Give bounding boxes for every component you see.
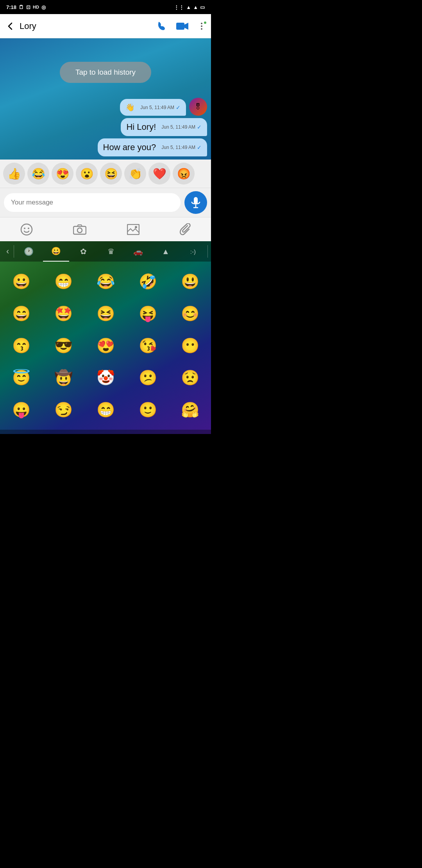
quick-emoji-wow[interactable]: 😮 — [76, 163, 98, 185]
emoji-cell[interactable]: 😃 — [169, 265, 211, 298]
emoji-cell[interactable]: 😛 — [0, 394, 42, 426]
svg-point-11 — [77, 228, 82, 233]
message-bubble: 👋 Jun 5, 11:49 AM ✓ — [120, 99, 186, 116]
emoji-cell[interactable]: 😆 — [84, 298, 127, 330]
quick-emoji-grin[interactable]: 😆 — [100, 163, 122, 185]
tab-smileys[interactable]: 😀 — [43, 241, 69, 262]
emoji-cell[interactable]: 😁 — [84, 394, 127, 426]
app-bar: Lory — [0, 14, 211, 38]
quick-emoji-heart-eyes[interactable]: 😍 — [52, 163, 73, 185]
message-check: ✓ — [176, 104, 181, 111]
divider — [14, 245, 14, 258]
camera-toolbar-button[interactable] — [73, 224, 86, 235]
emoji-grid: 😀 😁 😂 🤣 😃 😄 🤩 😆 😝 😊 😙 😎 😍 😘 😶 😇 🤠 🤡 😕 😟 … — [0, 262, 211, 430]
tab-symbols[interactable]: ▲ — [153, 241, 179, 262]
sim-icon: ⊡ — [26, 4, 30, 10]
messages-area: 👋 Jun 5, 11:49 AM ✓ 🎖 Hi Lory! Jun 5, 11… — [0, 98, 211, 160]
quick-emoji-laugh[interactable]: 😂 — [27, 163, 49, 185]
back-button[interactable] — [5, 21, 16, 32]
emoji-icon — [20, 223, 33, 236]
more-options-button[interactable] — [197, 22, 206, 31]
message-row: 👋 Jun 5, 11:49 AM ✓ 🎖 — [120, 98, 207, 116]
svg-rect-0 — [176, 23, 184, 30]
emoji-cell[interactable]: 😶 — [169, 330, 211, 362]
tab-travel[interactable]: 🚗 — [125, 241, 151, 262]
emoji-cell[interactable]: 🙂 — [127, 394, 169, 426]
message-bubble: Hi Lory! Jun 5, 11:49 AM ✓ — [121, 118, 207, 136]
status-time: 7:18 — [6, 4, 16, 10]
battery-icon: ▭ — [200, 4, 205, 10]
message-text: Hi Lory! — [126, 122, 156, 132]
message-meta: Jun 5, 11:49 AM ✓ — [161, 124, 202, 130]
tab-nature[interactable]: ✿ — [71, 241, 97, 262]
online-dot — [203, 21, 207, 25]
tab-recent[interactable]: 🕐 — [16, 241, 41, 262]
emoji-toolbar-button[interactable] — [20, 223, 33, 236]
attach-icon — [180, 223, 191, 236]
video-call-button[interactable] — [176, 21, 189, 32]
vibrate-icon: ⋮⋮ — [174, 4, 184, 10]
quick-emoji-thumbsup[interactable]: 👍 — [3, 163, 25, 185]
camera-icon — [73, 224, 86, 235]
message-meta: Jun 5, 11:49 AM ✓ — [140, 104, 181, 111]
emoji-cell[interactable]: 😂 — [84, 265, 127, 298]
quick-emoji-wave[interactable]: 👏 — [124, 163, 146, 185]
quick-emoji-angry[interactable]: 😡 — [173, 163, 195, 185]
status-right: ⋮⋮ ▲ ▲ ▭ — [174, 4, 205, 10]
divider — [207, 245, 208, 258]
svg-point-7 — [21, 224, 32, 235]
gallery-toolbar-button[interactable] — [127, 224, 139, 235]
attach-toolbar-button[interactable] — [180, 223, 191, 236]
emoji-cell[interactable]: 😁 — [42, 265, 84, 298]
emoji-cell[interactable]: 😟 — [169, 362, 211, 394]
emoji-cell[interactable]: 😕 — [127, 362, 169, 394]
tab-crown[interactable]: ♛ — [98, 241, 124, 262]
emoji-quick-bar: 👍 😂 😍 😮 😆 👏 ❤️ 😡 — [0, 160, 211, 188]
message-time: Jun 5, 11:49 AM — [161, 145, 195, 150]
load-history-button[interactable]: Tap to load history — [60, 62, 151, 83]
mic-icon — [191, 197, 201, 208]
emoji-cell[interactable]: 😄 — [0, 298, 42, 330]
emoji-cell[interactable]: 😎 — [42, 330, 84, 362]
quick-emoji-heart[interactable]: ❤️ — [148, 163, 170, 185]
status-left: 7:18 🗒 ⊡ HD ◎ — [6, 4, 46, 10]
location-icon: ◎ — [41, 4, 46, 10]
avatar: 🎖 — [189, 98, 207, 116]
emoji-cell[interactable]: 😙 — [0, 330, 42, 362]
emoji-cell[interactable]: 😊 — [169, 298, 211, 330]
message-time: Jun 5, 11:49 AM — [161, 124, 195, 130]
emoji-cell[interactable]: 😘 — [127, 330, 169, 362]
input-area — [0, 188, 211, 217]
message-row: How are you? Jun 5, 11:49 AM ✓ — [98, 138, 207, 156]
mic-button[interactable] — [184, 191, 207, 214]
emoji-keyboard-tabs: ‹ 🕐 😀 ✿ ♛ 🚗 ▲ :-) — [0, 241, 211, 262]
svg-point-3 — [201, 28, 202, 30]
emoji-cell[interactable]: 🤩 — [42, 298, 84, 330]
emoji-keyboard: ‹ 🕐 😀 ✿ ♛ 🚗 ▲ :-) 😀 😁 😂 🤣 😃 😄 🤩 😆 😝 😊 😙 … — [0, 241, 211, 434]
emoji-cell[interactable]: 😀 — [0, 265, 42, 298]
emoji-cell[interactable]: 😍 — [84, 330, 127, 362]
emoji-cell[interactable]: 😇 — [0, 362, 42, 394]
message-row: Hi Lory! Jun 5, 11:49 AM ✓ — [121, 118, 207, 136]
message-meta: Jun 5, 11:49 AM ✓ — [161, 144, 202, 151]
emoji-cell[interactable]: 🤣 — [127, 265, 169, 298]
call-button[interactable] — [156, 20, 168, 32]
wifi-icon: ▲ — [186, 4, 191, 10]
chat-area: Tap to load history 👋 Jun 5, 11:49 AM ✓ … — [0, 38, 211, 160]
emoji-cell[interactable]: 🤠 — [42, 362, 84, 394]
message-input[interactable] — [4, 193, 181, 212]
emoji-cell[interactable]: 🤡 — [84, 362, 127, 394]
emoji-cell[interactable]: 😏 — [42, 394, 84, 426]
gallery-icon — [127, 224, 139, 235]
tab-emoticons[interactable]: :-) — [180, 241, 206, 262]
message-bubble: How are you? Jun 5, 11:49 AM ✓ — [98, 138, 207, 156]
avatar-icon: 🎖 — [194, 102, 202, 111]
message-time: Jun 5, 11:49 AM — [140, 105, 174, 110]
emoji-cell[interactable]: 🤗 — [169, 394, 211, 426]
svg-point-9 — [28, 228, 29, 229]
emoji-cell[interactable]: 😝 — [127, 298, 169, 330]
bottom-toolbar — [0, 217, 211, 241]
svg-point-13 — [135, 226, 137, 228]
emoji-keyboard-back[interactable]: ‹ — [3, 246, 12, 256]
signal-icon: ▲ — [193, 4, 198, 10]
